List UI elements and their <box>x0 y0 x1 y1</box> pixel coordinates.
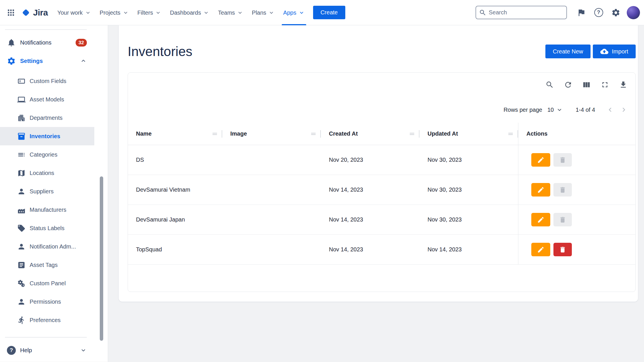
main-content: Inventories Create New Import <box>108 25 644 362</box>
rows-per-page-select[interactable]: 10 <box>547 106 563 113</box>
nav-item-label: Projects <box>100 9 120 16</box>
nav-item-projects[interactable]: Projects <box>95 0 133 25</box>
sidebar-item-permissions[interactable]: Permissions <box>0 292 94 311</box>
delete-button[interactable] <box>553 213 572 226</box>
sidebar-item-notification-admin[interactable]: Notification Adm... <box>0 237 94 256</box>
fullscreen-button[interactable] <box>598 78 612 92</box>
laptop-icon <box>17 95 26 104</box>
table-row: DevSamurai Japan Nov 14, 2023 Nov 30, 20… <box>128 205 635 235</box>
trash-icon <box>559 186 566 194</box>
app-switcher-button[interactable] <box>3 5 18 20</box>
nav-item-your-work[interactable]: Your work <box>53 0 95 25</box>
nav-item-apps[interactable]: Apps <box>279 0 309 25</box>
search-input[interactable] <box>489 9 564 16</box>
column-header-created-at[interactable]: Created At <box>321 123 419 145</box>
sidebar-item-asset-models[interactable]: Asset Models <box>0 90 94 109</box>
sidebar-item-manufacturers[interactable]: Manufacturers <box>0 201 94 219</box>
delete-button[interactable] <box>553 153 572 167</box>
edit-button[interactable] <box>531 213 550 226</box>
settings-button[interactable] <box>608 5 623 20</box>
import-button[interactable]: Import <box>593 45 636 58</box>
sidebar-item-label: Asset Models <box>30 96 87 103</box>
tag-icon <box>17 224 26 232</box>
nav-item-dashboards[interactable]: Dashboards <box>166 0 214 25</box>
gear-icon <box>611 8 620 17</box>
sidebar-item-custom-fields[interactable]: Custom Fields <box>0 72 94 90</box>
create-new-button[interactable]: Create New <box>545 45 591 58</box>
announcements-button[interactable] <box>574 5 589 20</box>
cell-actions <box>518 205 635 234</box>
cell-actions <box>518 175 635 205</box>
sidebar-item-help[interactable]: ? Help <box>0 341 94 359</box>
top-navbar: Jira Your work Projects Filters Dashboar… <box>0 0 644 25</box>
nav-item-plans[interactable]: Plans <box>248 0 279 25</box>
cell-name: DevSamurai Vietnam <box>128 175 222 205</box>
cell-image <box>222 205 321 234</box>
sidebar-item-preferences[interactable]: Preferences <box>0 311 94 329</box>
table-search-button[interactable] <box>543 78 557 92</box>
document-icon <box>17 261 26 269</box>
edit-button[interactable] <box>531 153 550 167</box>
jira-logo[interactable]: Jira <box>18 8 53 18</box>
trash-icon <box>559 216 566 224</box>
gears-icon <box>17 279 26 288</box>
column-resize-handle-icon[interactable] <box>211 130 218 137</box>
column-header-label: Image <box>230 130 247 137</box>
previous-page-button[interactable] <box>603 103 617 117</box>
sidebar-item-inventories[interactable]: Inventories <box>0 127 94 145</box>
edit-button[interactable] <box>531 243 550 256</box>
help-button[interactable]: ? <box>591 5 606 20</box>
list-icon <box>17 151 26 159</box>
sidebar-item-label: Manufacturers <box>30 207 87 213</box>
sidebar-item-asset-tags[interactable]: Asset Tags <box>0 256 94 274</box>
nav-item-label: Your work <box>57 9 83 16</box>
sidebar-item-custom-panel[interactable]: Custom Panel <box>0 274 94 292</box>
sidebar-item-notifications[interactable]: Notifications 32 <box>0 33 94 52</box>
sidebar-item-suppliers[interactable]: Suppliers <box>0 182 94 201</box>
cell-updated-at: Nov 30, 2023 <box>419 175 518 205</box>
sidebar-scroll-area: Notifications 32 Settings Custom Fields … <box>0 25 108 333</box>
column-resize-handle-icon[interactable] <box>310 130 317 137</box>
chevron-down-icon <box>85 9 91 16</box>
nav-item-filters[interactable]: Filters <box>133 0 166 25</box>
chevron-down-icon <box>203 9 209 16</box>
sidebar-item-label: Notifications <box>20 39 71 46</box>
sidebar-scrollbar[interactable] <box>100 176 103 341</box>
question-icon: ? <box>594 8 603 17</box>
columns-button[interactable] <box>580 78 593 92</box>
sidebar-item-label: Help <box>20 347 76 354</box>
sidebar-item-categories[interactable]: Categories <box>0 145 94 164</box>
rows-per-page-value: 10 <box>547 107 554 113</box>
nav-item-label: Apps <box>283 9 296 16</box>
column-resize-handle-icon[interactable] <box>409 130 415 137</box>
chevron-down-icon <box>298 9 305 16</box>
table-panel: Rows per page 10 1-4 of 4 Name Image Cre… <box>128 72 636 292</box>
sidebar-item-locations[interactable]: Locations <box>0 164 94 182</box>
table-header-row: Name Image Created At Updated At Actions <box>128 123 635 145</box>
pencil-icon <box>537 186 545 194</box>
create-button[interactable]: Create <box>313 6 345 19</box>
column-resize-handle-icon[interactable] <box>507 130 514 137</box>
sidebar-item-label: Departments <box>30 115 87 121</box>
next-page-button[interactable] <box>617 103 631 117</box>
notification-count-badge: 32 <box>76 39 87 47</box>
sidebar: Notifications 32 Settings Custom Fields … <box>0 25 108 362</box>
nav-item-teams[interactable]: Teams <box>214 0 248 25</box>
delete-button[interactable] <box>553 243 572 256</box>
sidebar-item-label: Notification Adm... <box>30 243 87 250</box>
sidebar-item-settings[interactable]: Settings <box>0 52 94 70</box>
bell-icon <box>7 38 16 47</box>
delete-button[interactable] <box>553 183 572 197</box>
sidebar-item-status-labels[interactable]: Status Labels <box>0 219 94 237</box>
column-header-name[interactable]: Name <box>128 123 222 145</box>
column-header-image[interactable]: Image <box>222 123 321 145</box>
download-button[interactable] <box>616 78 630 92</box>
person-icon <box>17 187 26 196</box>
sidebar-item-label: Inventories <box>30 133 87 140</box>
sidebar-item-departments[interactable]: Departments <box>0 109 94 127</box>
column-header-updated-at[interactable]: Updated At <box>419 123 518 145</box>
sidebar-item-label: Custom Panel <box>30 280 87 287</box>
refresh-button[interactable] <box>561 78 575 92</box>
edit-button[interactable] <box>531 183 550 197</box>
avatar[interactable] <box>627 6 640 19</box>
